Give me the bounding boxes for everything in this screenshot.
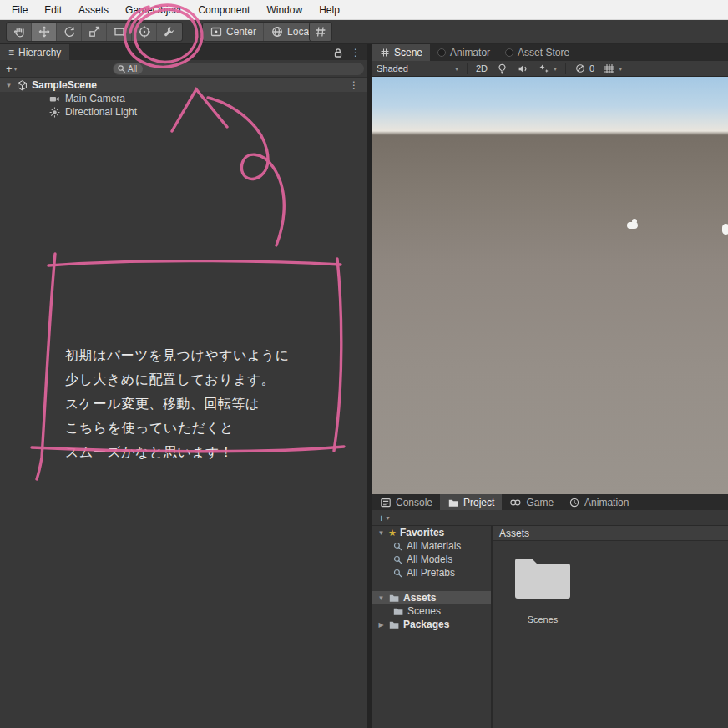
- lock-icon[interactable]: [332, 47, 344, 58]
- speaker-icon: [517, 63, 529, 75]
- scene-visibility-toggle[interactable]: 0: [570, 63, 599, 74]
- tab-game[interactable]: Game: [502, 494, 561, 510]
- light-icon: [48, 106, 61, 119]
- foldout-open-icon[interactable]: ▼: [377, 594, 385, 602]
- hierarchy-item-main-camera[interactable]: Main Camera: [0, 92, 367, 105]
- transform-tool-button[interactable]: [132, 23, 157, 41]
- scene-name-label: SampleScene: [32, 79, 97, 91]
- tab-hierarchy[interactable]: ≡ Hierarchy: [0, 44, 69, 60]
- animator-icon: [437, 48, 446, 57]
- transform-icon: [138, 25, 151, 38]
- annotation-line: 少し大きめに配置しております。: [65, 367, 349, 392]
- hierarchy-item-directional-light[interactable]: Directional Light: [0, 105, 367, 119]
- toggle-2d-button[interactable]: 2D: [472, 63, 492, 73]
- scale-tool-button[interactable]: [82, 23, 107, 41]
- scene-audio-toggle[interactable]: [513, 63, 533, 75]
- tab-animation[interactable]: Animation: [561, 494, 636, 510]
- foldout-open-icon[interactable]: ▼: [5, 82, 13, 89]
- scene-menu-icon[interactable]: ⋮: [349, 79, 367, 91]
- menu-edit[interactable]: Edit: [36, 1, 70, 19]
- tree-favorites[interactable]: ▼ ★ Favorites: [372, 526, 491, 539]
- tree-scenes[interactable]: Scenes: [372, 604, 491, 618]
- tab-animator[interactable]: Animator: [430, 44, 498, 61]
- scene-object-blob: [632, 219, 637, 224]
- scene-viewport[interactable]: [372, 77, 728, 494]
- hierarchy-item-label: Main Camera: [65, 93, 125, 104]
- menu-help[interactable]: Help: [311, 1, 348, 19]
- packages-label: Packages: [403, 619, 449, 630]
- console-tab-label: Console: [396, 497, 432, 508]
- search-filter-capsule[interactable]: All: [114, 63, 143, 74]
- annotation-line: スムーズかなと思います！: [65, 440, 349, 464]
- star-icon: ★: [388, 528, 397, 538]
- rect-tool-button[interactable]: [107, 23, 132, 41]
- scene-grid-toggle[interactable]: ▾: [599, 63, 626, 75]
- hand-tool-button[interactable]: [7, 23, 32, 41]
- orientation-local-label: Local: [287, 26, 311, 38]
- search-icon: [392, 541, 403, 552]
- foldout-closed-icon[interactable]: ▶: [377, 621, 385, 629]
- project-create-button[interactable]: + ▾: [372, 512, 396, 524]
- custom-tool-button[interactable]: [157, 23, 182, 41]
- tree-all-prefabs[interactable]: All Prefabs: [372, 566, 491, 579]
- hierarchy-panel: ≡ Hierarchy ⋮ + ▾ All ▼ SampleScene ⋮ Ma…: [0, 44, 367, 728]
- gamepad-icon: [509, 498, 522, 508]
- grid-icon: [603, 63, 615, 75]
- hierarchy-create-button[interactable]: + ▾: [0, 63, 23, 75]
- tab-scene[interactable]: Scene: [372, 44, 430, 61]
- hierarchy-tabbar: ≡ Hierarchy ⋮: [0, 44, 367, 60]
- hierarchy-scene-row[interactable]: ▼ SampleScene ⋮: [0, 78, 367, 92]
- chevron-down-icon: ▾: [619, 65, 622, 73]
- rotate-tool-button[interactable]: [57, 23, 82, 41]
- menu-file[interactable]: File: [3, 1, 36, 19]
- tree-assets[interactable]: ▼ Assets: [372, 591, 491, 604]
- hierarchy-search-row: + ▾ All: [0, 60, 367, 78]
- search-filter-label: All: [128, 64, 137, 73]
- tab-asset-store[interactable]: Asset Store: [498, 44, 577, 61]
- big-folder-icon: [506, 554, 579, 601]
- chevron-down-icon: ▾: [455, 65, 458, 73]
- tree-item-label: All Prefabs: [407, 567, 455, 579]
- scene-lighting-toggle[interactable]: [492, 63, 513, 75]
- folder-icon: [388, 592, 400, 604]
- asset-folder-scenes[interactable]: Scenes: [506, 554, 579, 624]
- project-tab-label: Project: [463, 497, 494, 508]
- folder-icon: [392, 605, 404, 617]
- center-icon: [210, 25, 223, 38]
- scene-panel: Scene Animator Asset Store Shaded ▾ 2D ▾: [372, 44, 728, 494]
- grid-snap-button[interactable]: [310, 23, 331, 41]
- tab-project[interactable]: Project: [440, 494, 502, 510]
- project-content: Assets Scenes: [493, 526, 728, 728]
- menu-component[interactable]: Component: [190, 1, 258, 19]
- pivot-center-button[interactable]: Center: [203, 23, 264, 41]
- tree-all-materials[interactable]: All Materials: [372, 539, 491, 553]
- folder-icon: [388, 619, 400, 630]
- grid-snap-icon: [314, 25, 327, 38]
- menu-assets[interactable]: Assets: [70, 1, 117, 19]
- menu-gameobject[interactable]: GameObject: [117, 1, 190, 19]
- move-tool-button[interactable]: [32, 23, 57, 41]
- plus-icon: +: [378, 512, 385, 524]
- clock-icon: [569, 497, 580, 508]
- transform-tools-group: [7, 23, 182, 41]
- content-path-label: Assets: [499, 528, 529, 539]
- hierarchy-menu-icon[interactable]: ⋮: [351, 47, 361, 58]
- menu-bar: File Edit Assets GameObject Component Wi…: [0, 0, 728, 20]
- annotation-line: スケール変更、移動、回転等は: [65, 392, 349, 416]
- tree-all-models[interactable]: All Models: [372, 553, 491, 566]
- main-toolbar: Center Local: [0, 20, 728, 44]
- search-icon: [392, 568, 403, 579]
- menu-window[interactable]: Window: [258, 1, 311, 19]
- bottom-panel: Console Project Game Animation + ▾ ▼ ★ F…: [372, 494, 728, 728]
- search-icon: [117, 64, 126, 73]
- tree-packages[interactable]: ▶ Packages: [372, 618, 491, 631]
- hierarchy-search-input[interactable]: All: [113, 63, 364, 75]
- tree-item-label: Scenes: [407, 605, 441, 617]
- shading-mode-dropdown[interactable]: Shaded ▾: [372, 63, 463, 73]
- hidden-count-icon: [574, 63, 586, 74]
- tab-console[interactable]: Console: [372, 494, 440, 510]
- assets-label: Assets: [403, 592, 436, 604]
- foldout-open-icon[interactable]: ▼: [377, 529, 385, 537]
- hand-icon: [13, 25, 26, 38]
- scene-effects-toggle[interactable]: ▾: [533, 63, 561, 75]
